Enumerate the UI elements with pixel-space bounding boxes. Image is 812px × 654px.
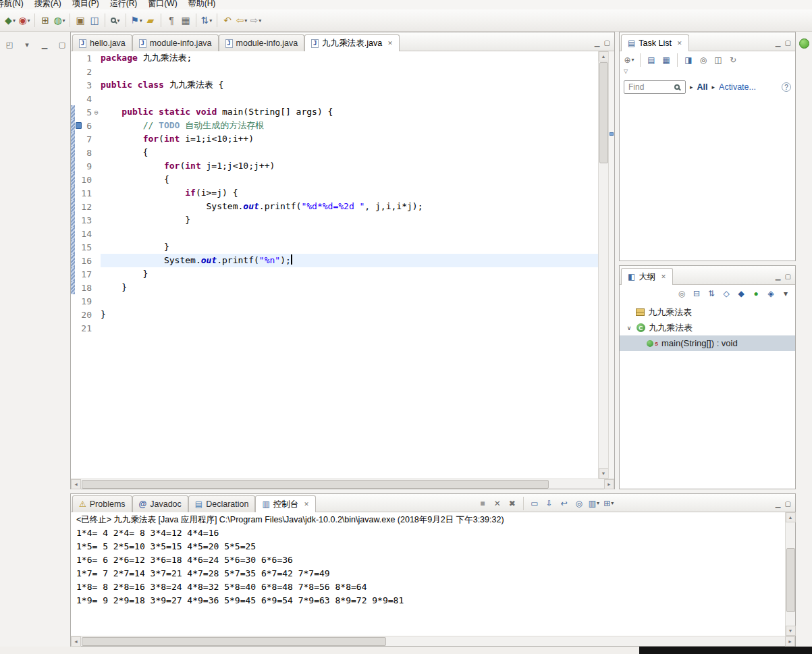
gutter-line[interactable]: 11	[71, 186, 101, 200]
terminate-icon[interactable]: ■	[476, 497, 489, 510]
code-line[interactable]: System.out.printf("%d*%d=%2d ", j,i,i*j)…	[101, 200, 598, 213]
editor-tab-module-info-2[interactable]: J module-info.java	[219, 34, 305, 51]
outline-row-class[interactable]: ∨ C 九九乘法表	[620, 320, 795, 335]
gutter-line[interactable]: 3	[71, 78, 101, 92]
code-line[interactable]: }	[101, 267, 598, 281]
code-lines[interactable]: package 九九乘法表;public class 九九乘法表 { publi…	[101, 51, 598, 479]
outline-row-package[interactable]: 九九乘法表	[620, 304, 795, 320]
scroll-down-icon[interactable]: ▼	[599, 468, 609, 479]
code-line[interactable]: System.out.printf("%n");	[101, 254, 598, 267]
tab-javadoc[interactable]: @ Javadoc	[132, 495, 188, 512]
scroll-left-icon[interactable]: ◄	[71, 636, 81, 647]
scrollbar-thumb[interactable]	[82, 480, 549, 489]
fold-collapse-icon[interactable]: ⊖	[92, 109, 101, 116]
twistie-icon[interactable]: ∨	[625, 325, 633, 331]
scroll-right-icon[interactable]: ►	[785, 636, 795, 647]
scrollbar-thumb[interactable]	[786, 548, 795, 612]
gutter-line[interactable]: 19	[71, 294, 101, 308]
copy-details-icon[interactable]: ◫	[711, 54, 725, 66]
restore-welcome-icon[interactable]	[799, 38, 809, 49]
hide-local-types-icon[interactable]: ◈	[764, 288, 778, 300]
all-link[interactable]: All	[697, 82, 708, 92]
code-line[interactable]	[101, 92, 598, 105]
gutter-line[interactable]: 8	[71, 146, 101, 159]
code-line[interactable]: }	[101, 213, 598, 227]
new-java-project-icon[interactable]: ⊞	[38, 13, 52, 28]
menu-item[interactable]: 搜索(A)	[29, 0, 67, 9]
gutter-line[interactable]: 4	[71, 92, 101, 105]
help-icon[interactable]: ?	[782, 82, 791, 92]
gutter-line[interactable]: 10	[71, 173, 101, 186]
code-line[interactable]: // TODO 自动生成的方法存根	[101, 119, 598, 132]
last-edit-location-icon[interactable]: ↶	[221, 13, 234, 28]
clear-console-icon[interactable]: ▭	[528, 497, 541, 510]
open-console-icon[interactable]: ⊞▾	[602, 497, 616, 510]
activate-link[interactable]: Activate...	[719, 82, 756, 92]
forward-icon[interactable]: ⇨▾	[249, 13, 263, 28]
task-list-tab[interactable]: ▤ Task List ✕	[621, 34, 689, 51]
hide-non-public-icon[interactable]: ●	[749, 288, 763, 300]
code-line[interactable]: for(int j=1;j<10;j++)	[101, 159, 598, 173]
hide-static-members-icon[interactable]: ◆	[734, 288, 748, 300]
menu-item[interactable]: 运行(R)	[105, 0, 143, 9]
code-line[interactable]: public static void main(String[] args) {	[101, 105, 598, 119]
gutter-line[interactable]: 5⊖	[71, 105, 101, 119]
word-wrap-icon[interactable]: ↩	[558, 497, 571, 510]
tab-problems[interactable]: ⚠ Problems	[72, 495, 132, 512]
close-icon[interactable]: ✕	[661, 273, 666, 280]
mark-occurrences-icon[interactable]: ▰	[144, 13, 157, 28]
show-whitespace-icon[interactable]: ¶	[165, 13, 178, 28]
scroll-left-icon[interactable]: ◄	[71, 479, 81, 489]
editor-horizontal-scrollbar[interactable]: ◄ ►	[71, 479, 614, 489]
search-icon[interactable]: ▾	[109, 13, 122, 28]
code-line[interactable]	[101, 227, 598, 240]
remove-launch-icon[interactable]: ✕	[491, 497, 504, 510]
view-menu-caret-icon[interactable]: ▾	[20, 37, 34, 52]
editor-tab-module-info-1[interactable]: J module-info.java	[132, 34, 219, 51]
scroll-up-icon[interactable]: ▲	[786, 512, 796, 522]
focus-icon[interactable]: ◎	[675, 288, 688, 300]
code-line[interactable]: for(int i=1;i<10;i++)	[101, 132, 598, 146]
editor-vertical-scrollbar[interactable]: ▲ ▼	[598, 51, 608, 479]
maximize-icon[interactable]: ▢	[785, 39, 791, 47]
sort-icon[interactable]: ⇅▾	[200, 13, 213, 28]
categorize-icon[interactable]: ▤	[645, 54, 658, 66]
tab-console[interactable]: ▥ 控制台 ✕	[255, 495, 315, 512]
new-wizard-icon[interactable]: ◆▾	[3, 13, 17, 28]
close-icon[interactable]: ✕	[304, 501, 309, 508]
maximize-icon[interactable]: ▢	[604, 39, 610, 47]
console-output[interactable]: <已终止> 九九乘法表 [Java 应用程序] C:\Program Files…	[71, 512, 785, 636]
filter-icon[interactable]: ◨	[682, 54, 695, 66]
remove-all-launches-icon[interactable]: ✖	[506, 497, 519, 510]
gutter-line[interactable]: 15	[71, 240, 101, 254]
code-line[interactable]: }	[101, 281, 598, 294]
back-icon[interactable]: ⇦▾	[235, 13, 248, 28]
sort-outline-icon[interactable]: ⇅	[705, 288, 718, 300]
overview-ruler[interactable]	[608, 51, 614, 479]
code-line[interactable]	[101, 321, 598, 335]
menu-item[interactable]: 帮助(H)	[183, 0, 221, 9]
gutter-line[interactable]: 6	[71, 119, 101, 132]
code-line[interactable]: public class 九九乘法表 {	[101, 78, 598, 92]
gutter-line[interactable]: 12	[71, 200, 101, 213]
maximize-icon[interactable]: ▢	[785, 500, 791, 508]
editor-tab-hello[interactable]: J hello.java	[72, 34, 132, 51]
task-list-menu-caret[interactable]: ▽	[620, 68, 795, 78]
restored-view-icon[interactable]: ◰	[3, 37, 16, 52]
scroll-right-icon[interactable]: ►	[604, 479, 614, 489]
todo-annotation-mark[interactable]	[610, 132, 614, 136]
find-input[interactable]	[627, 82, 674, 92]
console-vertical-scrollbar[interactable]: ▲ ▼	[785, 512, 795, 636]
new-package-icon[interactable]: ▣	[74, 13, 87, 28]
code-line[interactable]	[101, 294, 598, 308]
open-task-icon[interactable]: ⚑▾	[130, 13, 143, 28]
close-icon[interactable]: ✕	[387, 40, 393, 47]
view-menu-caret-icon[interactable]: ▾	[779, 288, 792, 300]
gutter-line[interactable]: 14	[71, 227, 101, 240]
code-line[interactable]: {	[101, 173, 598, 186]
collapse-all-icon[interactable]: ⊟	[690, 288, 703, 300]
synchronize-icon[interactable]: ↻	[726, 54, 740, 66]
new-task-icon[interactable]: ⊕▾	[622, 54, 636, 66]
scrollbar-thumb[interactable]	[599, 62, 608, 163]
scrollbar-thumb[interactable]	[82, 637, 386, 646]
